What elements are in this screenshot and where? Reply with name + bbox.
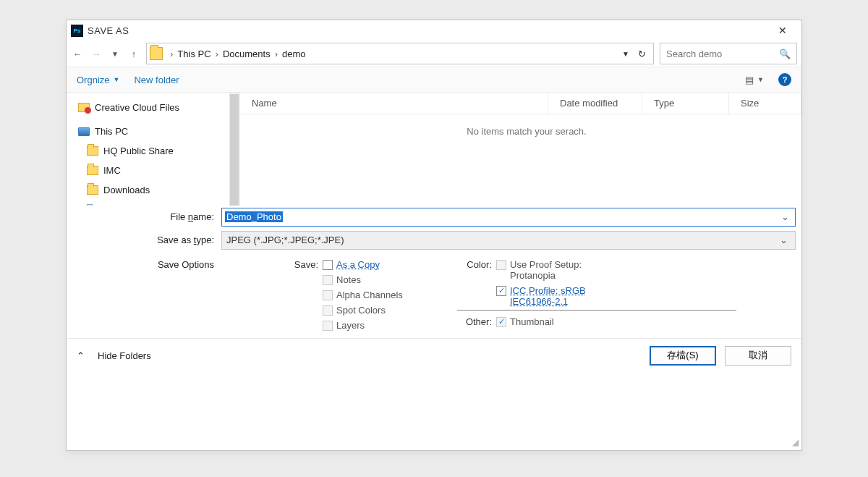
search-input[interactable]: Search demo 🔍 — [660, 43, 797, 64]
save-label: Save: — [284, 259, 318, 270]
caret-down-icon: ▼ — [114, 76, 120, 83]
filename-dropdown[interactable]: ⌄ — [778, 211, 792, 222]
checkbox-layers[interactable]: Layers — [323, 320, 365, 331]
pc-icon — [78, 127, 90, 136]
checkbox-alpha-channels[interactable]: Alpha Channels — [323, 290, 403, 300]
checkbox-spot-colors[interactable]: Spot Colors — [323, 305, 386, 316]
footer: ⌃ Hide Folders 存檔(S) 取消 — [67, 338, 801, 373]
folder-icon — [150, 47, 163, 60]
documents-icon — [87, 204, 96, 206]
titlebar: Ps SAVE AS ✕ — [67, 20, 801, 41]
save-button[interactable]: 存檔(S) — [650, 346, 716, 366]
column-headers: Name Date modified Type Size — [240, 93, 801, 114]
save-options-header: Save Options — [67, 259, 217, 270]
help-button[interactable]: ? — [778, 73, 791, 86]
creative-cloud-icon — [78, 103, 90, 112]
checkbox-thumbnail[interactable]: Thumbnail — [496, 316, 554, 327]
chevron-right-icon: › — [271, 48, 282, 59]
view-mode-button[interactable]: ▤ ▼ — [745, 75, 764, 85]
file-list: Name Date modified Type Size No items ma… — [240, 93, 801, 206]
sidebar-scrollbar-thumb[interactable] — [230, 94, 239, 206]
folder-icon — [87, 146, 98, 156]
checkbox-icc-profile[interactable]: ICC Profile: sRGB IEC61966-2.1 — [496, 285, 626, 307]
filetype-dropdown-icon: ⌄ — [776, 235, 791, 245]
filetype-row: Save as type: JPEG (*.JPG;*.JPEG;*.JPE) … — [67, 229, 801, 252]
filetype-select[interactable]: JPEG (*.JPG;*.JPEG;*.JPE) ⌄ — [221, 231, 796, 250]
chevron-right-icon: › — [211, 48, 223, 59]
tree-item-hq-public-share[interactable]: HQ Public Share — [77, 143, 237, 159]
nav-row: ← → ▼ ↑ › This PC › Documents › demo ▼ ↻… — [67, 41, 801, 67]
folder-tree: Creative Cloud Files This PC HQ Public S… — [67, 93, 240, 206]
breadcrumb-bar[interactable]: › This PC › Documents › demo ▼ ↻ — [146, 43, 654, 64]
filename-input[interactable]: Demo_Photo ⌄ — [221, 208, 796, 227]
filename-value: Demo_Photo — [225, 211, 283, 222]
organize-button[interactable]: Orgnize ▼ — [77, 75, 119, 85]
caret-down-icon: ▼ — [757, 76, 764, 83]
new-folder-button[interactable]: New folder — [134, 75, 179, 85]
tree-item-documents[interactable]: Documents — [77, 202, 237, 206]
column-name[interactable]: Name — [240, 93, 548, 114]
folder-icon — [87, 166, 98, 175]
breadcrumb-segment[interactable]: This PC — [177, 48, 210, 59]
close-button[interactable]: ✕ — [768, 20, 797, 41]
refresh-button[interactable]: ↻ — [638, 48, 646, 59]
list-view-icon: ▤ — [745, 75, 753, 85]
breadcrumb-dropdown[interactable]: ▼ — [622, 50, 629, 58]
save-as-dialog: Ps SAVE AS ✕ ← → ▼ ↑ › This PC › Documen… — [66, 20, 802, 451]
other-label: Other: — [457, 316, 492, 327]
tree-item-this-pc[interactable]: This PC — [77, 124, 237, 139]
breadcrumb-segment[interactable]: demo — [282, 48, 306, 59]
chevron-up-icon: ⌃ — [77, 350, 85, 361]
filename-row: File name: Demo_Photo ⌄ — [67, 206, 801, 229]
search-placeholder: Search demo — [666, 48, 722, 59]
checkbox-proof-setup[interactable]: Use Proof Setup: Protanopia — [496, 259, 626, 281]
color-label: Color: — [457, 259, 492, 270]
filename-label: File name: — [67, 211, 217, 222]
resize-grip[interactable]: ◢ — [792, 437, 799, 447]
tree-item-creative-cloud[interactable]: Creative Cloud Files — [77, 100, 237, 115]
filetype-label: Save as type: — [67, 235, 217, 245]
search-icon: 🔍 — [779, 48, 791, 59]
dialog-title: SAVE AS — [88, 25, 129, 36]
column-date[interactable]: Date modified — [548, 93, 642, 114]
nav-forward-button[interactable]: → — [90, 47, 103, 60]
chevron-right-icon: › — [166, 48, 177, 59]
nav-recent-dropdown[interactable]: ▼ — [109, 47, 122, 60]
hide-folders-button[interactable]: Hide Folders — [98, 350, 151, 361]
nav-back-button[interactable]: ← — [71, 47, 84, 60]
column-type[interactable]: Type — [642, 93, 729, 114]
column-size[interactable]: Size — [729, 93, 801, 114]
nav-up-button[interactable]: ↑ — [127, 47, 140, 60]
checkbox-as-a-copy[interactable]: As a Copy — [323, 259, 380, 270]
sidebar-scrollbar-track[interactable] — [229, 93, 239, 206]
save-options: Save Options Save: As a Copy Notes Alpha… — [67, 252, 801, 338]
tree-item-downloads[interactable]: Downloads — [77, 182, 237, 198]
checkbox-notes[interactable]: Notes — [323, 274, 361, 285]
filetype-value: JPEG (*.JPG;*.JPEG;*.JPE) — [226, 235, 344, 245]
folder-icon — [87, 185, 98, 195]
tree-item-imc[interactable]: IMC — [77, 163, 237, 178]
breadcrumb-segment[interactable]: Documents — [223, 48, 271, 59]
empty-message: No items match your serach. — [240, 114, 801, 137]
toolbar: Orgnize ▼ New folder ▤ ▼ ? — [67, 67, 801, 93]
main-area: Creative Cloud Files This PC HQ Public S… — [67, 93, 801, 206]
photoshop-icon: Ps — [71, 25, 83, 37]
cancel-button[interactable]: 取消 — [725, 346, 791, 366]
